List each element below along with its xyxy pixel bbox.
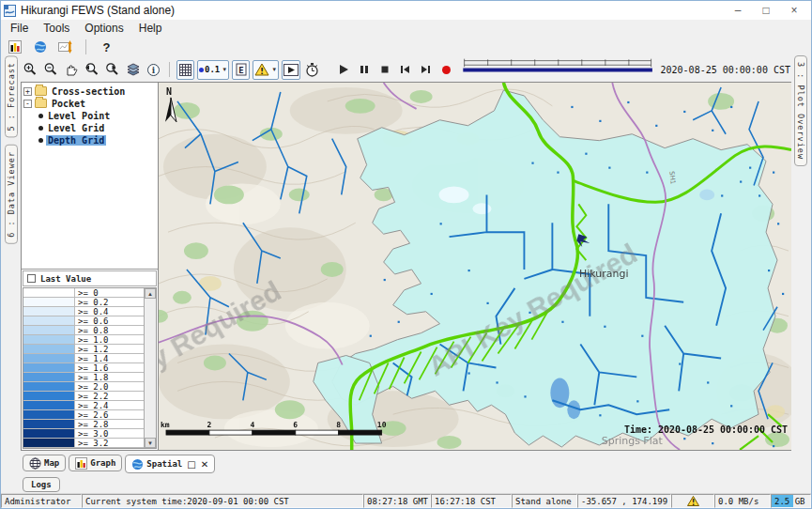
info-button[interactable]: i (145, 60, 162, 79)
stop-button[interactable] (375, 60, 393, 79)
last-value-checkbox[interactable] (27, 274, 36, 283)
road-label: SH1 (667, 171, 677, 185)
zoom-previous-icon (84, 62, 100, 77)
globe-icon (34, 40, 47, 54)
tree-item-depth-grid[interactable]: Depth Grid (23, 134, 156, 146)
stopwatch-icon (304, 62, 320, 78)
legend-row: >= 0.6 (23, 316, 144, 326)
status-mode: Stand alone (512, 494, 577, 508)
scalar-chart-icon (58, 40, 72, 54)
zoom-previous-button[interactable] (83, 60, 100, 79)
tree-item-label: Depth Grid (46, 135, 106, 146)
label-e-icon: E (236, 63, 247, 76)
window-title: Hikurangi FEWS (Stand alone) (21, 4, 175, 17)
scroll-down-icon[interactable]: ▼ (145, 438, 156, 448)
menu-tools[interactable]: Tools (36, 21, 77, 36)
tab-close-icon[interactable]: ✕ (201, 459, 208, 470)
legend-swatch (23, 335, 75, 344)
maximize-button[interactable]: □ (752, 2, 780, 19)
grid-display-button[interactable] (176, 60, 194, 80)
title-bar: Hikurangi FEWS (Stand alone) – □ × (1, 1, 811, 20)
legend-label: >= 1.2 (75, 345, 144, 353)
status-gmt-time: 08:27:18 GMT (363, 494, 431, 508)
svg-text:i: i (152, 66, 156, 75)
status-bar: Administrator Current system time:2020-0… (1, 493, 811, 508)
status-local-time: 16:27:18 CST (431, 494, 512, 508)
timer-button[interactable] (303, 60, 321, 79)
tree-item-level-point[interactable]: Level Point (23, 110, 156, 121)
tree-expander-icon[interactable]: - (23, 100, 32, 108)
legend-row: >= 1.8 (23, 373, 144, 382)
skip-end-button[interactable] (417, 60, 435, 79)
pan-button[interactable] (62, 60, 80, 79)
database-button[interactable] (6, 38, 23, 56)
current-time-display: 2020-08-25 00:00:00 CST (661, 65, 792, 75)
legend-row: >= 0.8 (23, 326, 144, 335)
legend-swatch (23, 429, 75, 438)
scroll-up-icon[interactable]: ▲ (145, 288, 156, 299)
status-user: Administrator (1, 494, 82, 508)
legend-swatch (23, 354, 75, 362)
legend-swatch (23, 316, 75, 325)
zoom-in-button[interactable] (21, 60, 38, 79)
right-tab-strip: 3 : Plot Overview (791, 55, 810, 493)
last-value-label: Last Value (40, 274, 91, 284)
legend-label: >= 1.0 (75, 335, 144, 344)
tab-maximize-icon[interactable]: □ (187, 459, 195, 470)
legend-swatch (23, 439, 75, 447)
legend-row: >= 2.6 (23, 410, 144, 420)
menu-file[interactable]: File (3, 21, 36, 36)
chevron-down-icon: ▼ (271, 67, 277, 72)
status-warning[interactable]: ! (671, 494, 714, 508)
zoom-out-button[interactable] (41, 60, 59, 79)
tab-forecast[interactable]: 5 : Forecast (5, 55, 18, 137)
hand-icon (64, 62, 78, 77)
labels-toggle-button[interactable]: E (232, 60, 250, 80)
map-view[interactable]: API Key Required API Key Required Hikura… (159, 82, 792, 451)
time-slider[interactable] (462, 58, 653, 81)
warnings-dropdown[interactable]: ! ▼ (253, 60, 279, 80)
animation-button[interactable] (282, 60, 300, 80)
record-button[interactable] (437, 60, 455, 79)
minimize-button[interactable]: – (724, 2, 752, 19)
legend-row: >= 1.4 (23, 354, 144, 363)
tab-data-viewer[interactable]: 6 : Data Viewer (5, 145, 18, 244)
help-button[interactable]: ? (98, 38, 115, 56)
legend-label: >= 1.4 (75, 354, 144, 362)
play-button[interactable] (334, 60, 352, 79)
legend-row: >= 3.2 (23, 439, 144, 448)
tab-logs[interactable]: Logs (23, 477, 60, 492)
map-display-button[interactable] (31, 38, 49, 56)
last-value-option[interactable]: Last Value (23, 270, 157, 286)
tab-graph[interactable]: Graph (69, 455, 122, 471)
tab-map[interactable]: Map (23, 455, 66, 471)
bullet-icon (38, 138, 43, 143)
legend-table: >= 0>= 0.2>= 0.4>= 0.6>= 0.8>= 1.0>= 1.2… (23, 287, 157, 449)
legend-scrollbar[interactable]: ▲ ▼ (144, 288, 156, 448)
left-panel: +Cross-section-PocketLevel PointLevel Gr… (21, 82, 159, 451)
play-icon (338, 64, 349, 75)
layers-icon (126, 62, 141, 77)
svg-text:10: 10 (377, 421, 387, 429)
tab-plot-overview[interactable]: 3 : Plot Overview (794, 55, 807, 166)
legend-label: >= 0.8 (75, 326, 144, 334)
menu-help[interactable]: Help (131, 21, 170, 36)
skip-start-button[interactable] (396, 60, 414, 79)
menu-options[interactable]: Options (77, 21, 130, 36)
tree-item-pocket[interactable]: -Pocket (23, 98, 156, 109)
scalar-editor-button[interactable] (56, 38, 74, 56)
legend-label: >= 0.4 (75, 307, 144, 316)
tree-item-level-grid[interactable]: Level Grid (23, 122, 156, 133)
contour-interval-dropdown[interactable]: 0.1 ▼ (197, 60, 229, 80)
tab-spatial[interactable]: Spatial □ ✕ (125, 455, 215, 473)
zoom-next-button[interactable] (103, 60, 121, 79)
legend-label: >= 1.6 (75, 363, 144, 372)
tree-item-cross-section[interactable]: +Cross-section (23, 85, 156, 97)
close-button[interactable]: × (780, 2, 808, 19)
pause-button[interactable] (355, 60, 373, 79)
town-label: Hikurangi (579, 268, 628, 280)
warning-icon: ! (687, 496, 699, 506)
tree-expander-icon[interactable]: + (23, 87, 32, 96)
status-system-time: Current system time:2020-09-01 00:00 CST (82, 494, 363, 508)
layers-button[interactable] (124, 60, 142, 79)
